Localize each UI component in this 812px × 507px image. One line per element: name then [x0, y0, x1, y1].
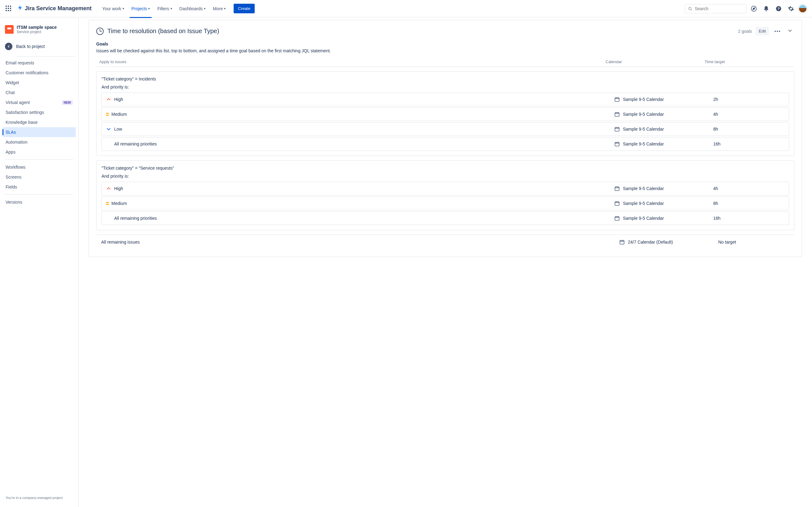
back-to-project[interactable]: Back to project: [2, 40, 76, 53]
priority-row[interactable]: HighSample 9-5 Calendar2h: [102, 93, 789, 106]
search-box[interactable]: [685, 4, 746, 13]
priority-high-icon: [106, 186, 111, 191]
svg-text:?: ?: [777, 6, 779, 10]
sidebar-item-fields[interactable]: Fields: [2, 182, 76, 192]
calendar-icon: [614, 215, 620, 221]
jql-condition: "Ticket category" = Incidents: [102, 76, 789, 81]
sidebar-item-screens[interactable]: Screens: [2, 172, 76, 182]
chevron-down-icon: ▾: [204, 7, 206, 10]
nav-item-projects[interactable]: Projects▾: [128, 4, 153, 14]
goal-group: "Ticket category" = "Service requests"An…: [96, 160, 794, 230]
calendar-icon: [614, 111, 620, 117]
svg-rect-10: [615, 202, 619, 206]
priority-row[interactable]: ━━MediumSample 9-5 Calendar8h: [102, 196, 789, 210]
main-content: Time to resolution (based on Issue Type)…: [78, 17, 812, 507]
sidebar-item-widget[interactable]: Widget: [2, 78, 76, 88]
back-label: Back to project: [16, 44, 45, 49]
sidebar-item-workflows[interactable]: Workflows: [2, 162, 76, 172]
sidebar-item-knowledge-base[interactable]: Knowledge base: [2, 117, 76, 127]
priority-row[interactable]: All remaining prioritiesSample 9-5 Calen…: [102, 137, 789, 151]
time-target: 8h: [713, 201, 785, 206]
sidebar-item-chat[interactable]: Chat: [2, 88, 76, 98]
priority-row[interactable]: HighSample 9-5 Calendar4h: [102, 182, 789, 195]
sidebar-item-automation[interactable]: Automation: [2, 137, 76, 147]
nav-item-filters[interactable]: Filters▾: [154, 4, 175, 14]
time-target: 16h: [713, 142, 785, 147]
sidebar-item-virtual-agent[interactable]: Virtual agentNEW: [2, 98, 76, 107]
priority-sublabel: And priority is:: [102, 84, 789, 90]
project-header[interactable]: ITSM sample space Service project: [2, 22, 76, 37]
project-icon: [5, 25, 14, 34]
sla-card: Time to resolution (based on Issue Type)…: [89, 20, 802, 257]
goals-count: 2 goals: [738, 29, 752, 34]
svg-rect-7: [615, 127, 619, 131]
priority-high-icon: [106, 97, 111, 102]
user-avatar[interactable]: [798, 4, 807, 13]
top-nav: Jira Service Management Your work▾Projec…: [0, 0, 812, 17]
time-target: 16h: [713, 216, 785, 221]
project-footer-note: You're in a company-managed project: [2, 493, 76, 502]
calendar-name: Sample 9-5 Calendar: [623, 112, 664, 117]
calendar-name: Sample 9-5 Calendar: [623, 216, 664, 221]
remaining-issues-row: All remaining issues 24/7 Calendar (Defa…: [96, 235, 794, 249]
priority-label: All remaining priorities: [114, 142, 157, 147]
priority-medium-icon: ━━: [106, 112, 108, 116]
priority-row[interactable]: LowSample 9-5 Calendar8h: [102, 122, 789, 136]
time-target: 4h: [713, 112, 785, 117]
chevron-down-icon: ▾: [148, 7, 150, 10]
sidebar-item-versions[interactable]: Versions: [2, 197, 76, 207]
help-icon[interactable]: ?: [774, 4, 784, 14]
time-target: 4h: [713, 186, 785, 191]
search-input[interactable]: [695, 6, 743, 11]
discover-icon[interactable]: [749, 4, 759, 14]
sidebar-item-apps[interactable]: Apps: [2, 147, 76, 157]
svg-rect-11: [615, 217, 619, 220]
col-calendar: Calendar: [605, 59, 705, 64]
remaining-target: No target: [718, 239, 790, 244]
notifications-icon[interactable]: [761, 4, 771, 14]
calendar-icon: [614, 201, 620, 206]
create-button[interactable]: Create: [234, 4, 255, 13]
sidebar-item-customer-notifications[interactable]: Customer notifications: [2, 68, 76, 78]
remaining-calendar: 24/7 Calendar (Default): [628, 239, 673, 244]
priority-low-icon: [106, 127, 111, 131]
priority-label: High: [114, 186, 123, 191]
product-logo[interactable]: Jira Service Management: [17, 5, 92, 12]
clock-icon: [96, 27, 104, 35]
calendar-icon: [614, 186, 620, 191]
sidebar-item-email-requests[interactable]: Email requests: [2, 58, 76, 68]
svg-rect-12: [620, 240, 624, 244]
priority-label: High: [114, 97, 123, 102]
calendar-name: Sample 9-5 Calendar: [623, 142, 664, 147]
priority-row[interactable]: ━━MediumSample 9-5 Calendar4h: [102, 107, 789, 121]
sla-title: Time to resolution (based on Issue Type): [107, 27, 734, 35]
goals-heading: Goals: [96, 42, 794, 46]
project-type: Service project: [17, 30, 57, 34]
column-headers: Apply to issues Calendar Time target: [96, 57, 794, 67]
goal-group: "Ticket category" = IncidentsAnd priorit…: [96, 71, 794, 156]
nav-item-your-work[interactable]: Your work▾: [99, 4, 127, 14]
chevron-down-icon: ▾: [171, 7, 172, 10]
nav-items: Your work▾Projects▾Filters▾Dashboards▾Mo…: [99, 4, 229, 14]
svg-point-0: [689, 7, 691, 10]
sidebar-item-slas[interactable]: SLAs: [2, 127, 76, 137]
collapse-icon[interactable]: [786, 26, 794, 36]
chevron-down-icon: ▾: [123, 7, 124, 10]
product-name: Jira Service Management: [25, 5, 92, 12]
goals-description: Issues will be checked against this list…: [96, 48, 794, 53]
sidebar-item-satisfaction-settings[interactable]: Satisfaction settings: [2, 107, 76, 117]
settings-icon[interactable]: [786, 4, 796, 14]
project-name: ITSM sample space: [17, 25, 57, 30]
priority-row[interactable]: All remaining prioritiesSample 9-5 Calen…: [102, 211, 789, 225]
sidebar: ITSM sample space Service project Back t…: [0, 17, 78, 507]
nav-item-dashboards[interactable]: Dashboards▾: [176, 4, 209, 14]
back-arrow-icon: [5, 43, 12, 50]
more-actions-icon[interactable]: [773, 29, 782, 34]
app-switcher-icon[interactable]: [5, 5, 12, 12]
calendar-icon: [619, 239, 625, 245]
time-target: 2h: [713, 97, 785, 102]
chevron-down-icon: ▾: [224, 7, 226, 10]
edit-button[interactable]: Edit: [756, 27, 769, 35]
nav-item-more[interactable]: More▾: [210, 4, 229, 14]
svg-rect-6: [615, 113, 619, 116]
